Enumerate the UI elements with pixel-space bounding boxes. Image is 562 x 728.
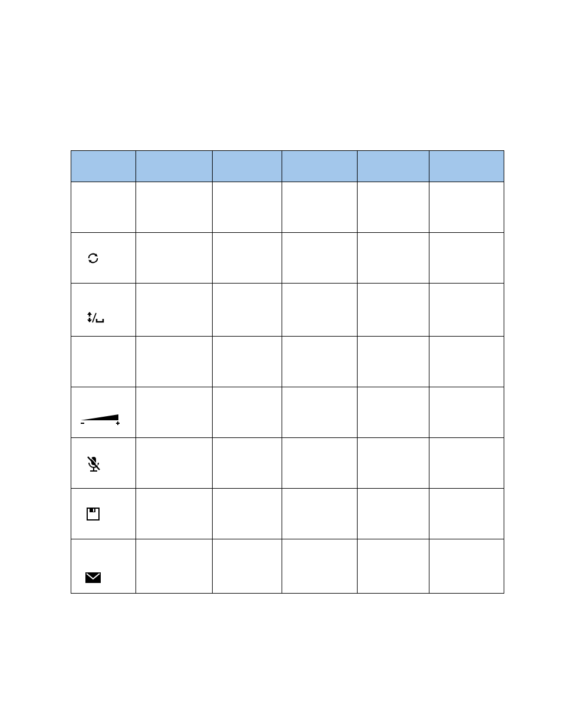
svg-rect-5 xyxy=(90,470,97,472)
header-cell xyxy=(358,151,429,182)
table-row xyxy=(71,284,504,337)
save-icon xyxy=(87,508,100,521)
cell xyxy=(71,233,136,284)
header-cell xyxy=(136,151,213,182)
mic-muted-icon xyxy=(87,456,101,473)
header-cell xyxy=(213,151,282,182)
header-cell xyxy=(282,151,358,182)
sync-icon xyxy=(87,252,100,265)
table-row xyxy=(71,337,504,387)
table-row xyxy=(71,438,504,489)
svg-rect-2 xyxy=(117,421,118,425)
cell xyxy=(71,337,136,387)
cell xyxy=(71,438,136,489)
table-row xyxy=(71,489,504,539)
cell xyxy=(71,182,136,233)
icon-table xyxy=(71,150,504,594)
svg-rect-10 xyxy=(93,509,94,512)
svg-rect-9 xyxy=(90,508,95,512)
cell xyxy=(71,489,136,539)
header-cell xyxy=(429,151,504,182)
cell xyxy=(71,284,136,337)
document-page xyxy=(0,0,562,728)
table-row xyxy=(71,539,504,594)
table-row xyxy=(71,387,504,438)
cell xyxy=(71,539,136,594)
svg-rect-4 xyxy=(93,467,94,470)
table-row xyxy=(71,233,504,284)
cell xyxy=(71,387,136,438)
mail-icon xyxy=(85,572,101,583)
table-row xyxy=(71,182,504,233)
line-spacing-icon xyxy=(87,312,104,325)
volume-slider-icon xyxy=(80,412,122,426)
table-header xyxy=(71,151,504,182)
header-cell xyxy=(71,151,136,182)
svg-rect-0 xyxy=(81,423,84,424)
